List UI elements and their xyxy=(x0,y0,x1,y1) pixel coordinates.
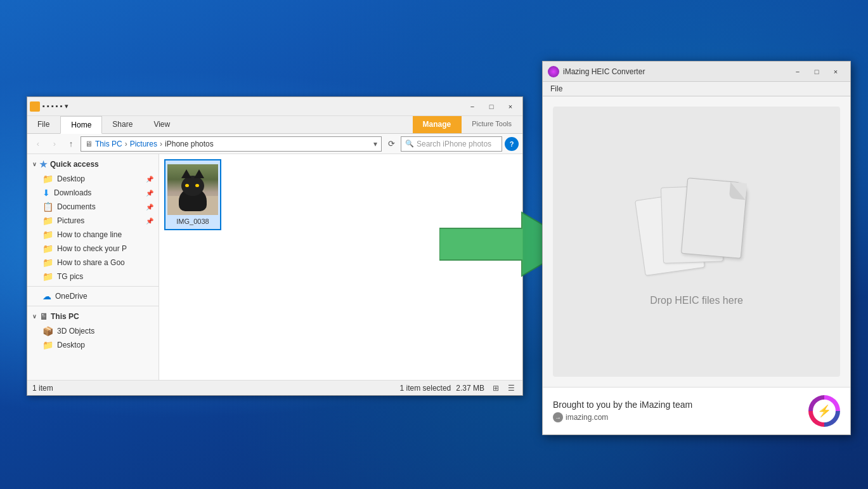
tab-share[interactable]: Share xyxy=(102,116,143,133)
imazing-maximize-button[interactable]: □ xyxy=(807,65,826,78)
ribbon-tabs: File Home Share View Manage Picture Tool… xyxy=(27,116,522,134)
sidebar-item-onedrive[interactable]: ☁ OneDrive xyxy=(27,289,159,303)
sidebar-item-downloads-label: Downloads xyxy=(54,188,91,197)
file-name-label: IMG_0038 xyxy=(176,218,209,225)
imazing-footer: Brought to you by the iMazing team → ima… xyxy=(543,387,850,434)
sidebar-separator-1 xyxy=(27,286,159,287)
sidebar-item-how-to-change[interactable]: 📁 How to change line xyxy=(27,228,159,242)
explorer-titlebar: ▪ ▪ ▪ ▪ ▪ ▾ − □ × xyxy=(27,97,522,116)
folder-icon-check: 📁 xyxy=(42,244,53,254)
sidebar-item-downloads[interactable]: ⬇ Downloads 📌 xyxy=(27,186,159,200)
sidebar-item-desktop[interactable]: 📁 Desktop 📌 xyxy=(27,172,159,186)
file-thumbnail xyxy=(167,164,218,215)
explorer-app-icon xyxy=(30,101,40,112)
sidebar-item-documents[interactable]: 📋 Documents 📌 xyxy=(27,200,159,214)
sidebar-item-pictures[interactable]: 📁 Pictures 📌 xyxy=(27,214,159,228)
status-selected: 1 item selected xyxy=(400,384,451,393)
heic-files-group xyxy=(633,177,760,285)
tab-picture-tools[interactable]: Picture Tools xyxy=(462,116,522,133)
up-button[interactable]: ↑ xyxy=(64,137,78,151)
pin-icon-pictures: 📌 xyxy=(146,218,153,225)
sidebar: ∨ ★ Quick access 📁 Desktop 📌 ⬇ Downloads… xyxy=(27,154,159,380)
pin-icon: 📌 xyxy=(146,176,153,183)
status-item-count: 1 item xyxy=(32,384,395,393)
tab-view[interactable]: View xyxy=(143,116,181,133)
address-path-box[interactable]: 🖥 This PC › Pictures › iPhone photos ▾ xyxy=(81,136,382,152)
path-this-pc[interactable]: This PC xyxy=(95,140,122,148)
path-sep-2: › xyxy=(160,140,162,148)
sidebar-item-3d-label: 3D Objects xyxy=(57,327,94,336)
imazing-logo-icon xyxy=(548,66,559,77)
status-view-controls: ⊞ ☰ xyxy=(489,382,517,394)
imazing-title-text: iMazing HEIC Converter xyxy=(563,67,645,76)
quick-access-icon: ★ xyxy=(39,159,48,169)
sidebar-item-desktop-pc-label: Desktop xyxy=(57,341,85,349)
grid-view-button[interactable]: ⊞ xyxy=(489,382,502,394)
explorer-minimize-button[interactable]: − xyxy=(463,100,482,113)
imazing-badge-inner: ⚡ xyxy=(813,400,836,422)
imazing-menu-file[interactable]: File xyxy=(550,84,562,93)
folder-icon: 📁 xyxy=(42,174,53,184)
sidebar-item-how-to-check[interactable]: 📁 How to check your P xyxy=(27,242,159,256)
folder-icon-tg: 📁 xyxy=(42,271,53,282)
quick-access-header[interactable]: ∨ ★ Quick access xyxy=(27,157,159,172)
sidebar-item-desktop-pc[interactable]: 📁 Desktop xyxy=(27,338,159,352)
folder-desktop-icon: 📁 xyxy=(42,340,53,350)
imazing-window-controls: − □ × xyxy=(788,65,845,78)
imazing-menu-bar: File xyxy=(543,82,850,96)
this-pc-icon: 🖥 xyxy=(39,311,48,322)
sidebar-item-3d-objects[interactable]: 📦 3D Objects xyxy=(27,324,159,338)
this-pc-label: This PC xyxy=(51,312,79,321)
footer-link-arrow-icon: → xyxy=(553,412,563,422)
search-placeholder: Search iPhone photos xyxy=(417,140,491,148)
sidebar-item-desktop-label: Desktop xyxy=(57,174,85,183)
footer-link-group[interactable]: → imazing.com xyxy=(553,412,692,422)
sidebar-item-pictures-label: Pictures xyxy=(57,216,84,225)
file-item-img0038[interactable]: IMG_0038 xyxy=(164,159,221,230)
explorer-window-controls: − □ × xyxy=(463,100,520,113)
imazing-window: iMazing HEIC Converter − □ × File xyxy=(542,61,851,435)
onedrive-icon: ☁ xyxy=(42,291,51,301)
tab-home[interactable]: Home xyxy=(60,116,102,134)
imazing-minimize-button[interactable]: − xyxy=(788,65,807,78)
explorer-close-button[interactable]: × xyxy=(501,100,520,113)
this-pc-header[interactable]: ∨ 🖥 This PC xyxy=(27,309,159,324)
sidebar-item-documents-label: Documents xyxy=(57,202,96,211)
help-button[interactable]: ? xyxy=(505,137,519,151)
search-box[interactable]: 🔍 Search iPhone photos xyxy=(401,136,502,152)
list-view-button[interactable]: ☰ xyxy=(505,382,517,394)
pin-icon-downloads: 📌 xyxy=(146,190,153,197)
footer-link-text[interactable]: imazing.com xyxy=(566,413,608,422)
imazing-badge: ⚡ xyxy=(808,395,840,427)
address-bar: ‹ › ↑ 🖥 This PC › Pictures › iPhone phot… xyxy=(27,134,522,154)
drop-text: Drop HEIC files here xyxy=(650,295,743,306)
tab-manage[interactable]: Manage xyxy=(413,116,462,133)
imazing-drop-area[interactable]: Drop HEIC files here xyxy=(553,107,840,377)
imazing-close-button[interactable]: × xyxy=(826,65,845,78)
explorer-maximize-button[interactable]: □ xyxy=(482,100,501,113)
status-bar: 1 item 1 item selected 2.37 MB ⊞ ☰ xyxy=(27,380,522,395)
path-dropdown-icon[interactable]: ▾ xyxy=(373,140,377,148)
forward-button[interactable]: › xyxy=(48,137,62,151)
footer-title: Brought to you by the iMazing team xyxy=(553,400,692,410)
pictures-icon: 📁 xyxy=(42,216,53,226)
path-iphone-photos[interactable]: iPhone photos xyxy=(165,140,214,148)
folder-icon-change: 📁 xyxy=(42,230,53,240)
sidebar-item-tg-pics[interactable]: 📁 TG pics xyxy=(27,270,159,284)
path-pictures[interactable]: Pictures xyxy=(130,140,157,148)
documents-icon: 📋 xyxy=(42,202,53,212)
tab-file[interactable]: File xyxy=(27,116,60,133)
quick-access-label: Quick access xyxy=(50,160,99,169)
sidebar-separator-2 xyxy=(27,306,159,306)
refresh-button[interactable]: ⟳ xyxy=(384,137,398,151)
sidebar-item-onedrive-label: OneDrive xyxy=(55,292,87,301)
usb-icon: ⚡ xyxy=(817,404,831,418)
back-button[interactable]: ‹ xyxy=(31,137,45,151)
folder-icon-share: 📁 xyxy=(42,258,53,268)
sidebar-item-how-to-share[interactable]: 📁 How to share a Goo xyxy=(27,256,159,270)
sidebar-item-how-to-change-label: How to change line xyxy=(57,230,122,239)
downloads-icon: ⬇ xyxy=(42,188,50,198)
heic-file-icon-3 xyxy=(680,178,747,259)
imazing-title: iMazing HEIC Converter xyxy=(548,66,645,77)
quick-access-chevron: ∨ xyxy=(32,161,37,167)
